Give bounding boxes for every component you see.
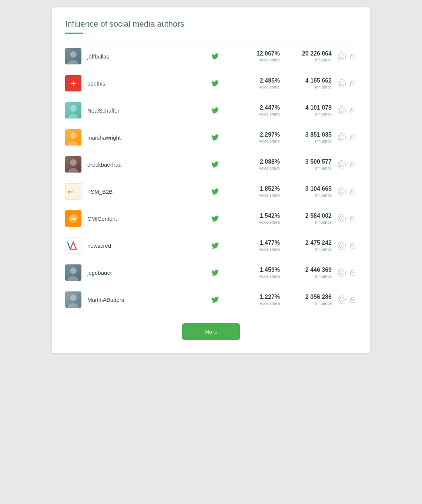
- svg-point-45: [352, 247, 353, 247]
- card-title: Influence of social media authors: [65, 19, 357, 29]
- info-button-newscred[interactable]: i: [338, 241, 346, 250]
- info-button-jogebauer[interactable]: i: [338, 268, 346, 277]
- influence-martinabutters: 2 056 286 Influence: [291, 294, 332, 306]
- influence-jeffbullas: 20 226 064 Influence: [291, 50, 332, 62]
- author-row-jogebauer: jogebauer 1.459% Voice share 2 446 369 I…: [65, 259, 357, 286]
- twitter-icon-newscred: [206, 243, 224, 249]
- svg-text:i: i: [341, 82, 342, 86]
- avatar-dreckbaerfrau: [65, 156, 81, 173]
- svg-point-47: [68, 276, 78, 281]
- lock-icon-dreckbaerfrau: [349, 160, 357, 168]
- voice-share-martinabutters: 1.227% Voice share: [239, 294, 280, 306]
- lock-icon-nealschaffer: [349, 106, 357, 114]
- more-button-container: More: [65, 323, 357, 340]
- info-button-dreckbaerfrau[interactable]: i: [338, 160, 346, 168]
- avatar-addthis: +: [65, 75, 81, 91]
- influence-marshawright: 3 851 035 Influence: [291, 131, 332, 143]
- author-row-nealschaffer: NealSchaffer 2.447% Voice share 4 101 07…: [65, 97, 357, 124]
- voice-share-tsm_b2b: 1.852% Voice share: [239, 186, 280, 197]
- avatar-tsm_b2b: TheSocial: [65, 183, 81, 200]
- avatar-newscred: [65, 237, 81, 254]
- voice-share-dreckbaerfrau: 2.088% Voice share: [239, 158, 280, 170]
- author-name-cmicontent: CMIContent: [87, 216, 206, 222]
- svg-text:i: i: [341, 244, 342, 248]
- info-button-martinabutters[interactable]: i: [338, 296, 346, 304]
- info-button-jeffbullas[interactable]: i: [338, 52, 346, 60]
- svg-text:i: i: [341, 271, 342, 275]
- author-name-newscred: newscred: [87, 243, 206, 249]
- svg-text:i: i: [341, 217, 342, 221]
- lock-icon-newscred: [349, 241, 357, 250]
- svg-text:Social: Social: [67, 194, 75, 195]
- author-row-jeffbullas: jeffbullas 12.067% Voice share 20 226 06…: [65, 43, 357, 70]
- svg-point-11: [68, 114, 78, 119]
- svg-point-16: [70, 132, 77, 139]
- action-icons-jogebauer: i: [338, 268, 357, 277]
- info-button-tsm_b2b[interactable]: i: [338, 187, 346, 196]
- svg-point-46: [70, 267, 77, 274]
- svg-point-9: [352, 84, 353, 85]
- author-row-tsm_b2b: TheSocial TSM_B2B 1.852% Voice share 3 1…: [65, 178, 357, 205]
- svg-point-0: [70, 51, 77, 58]
- author-name-addthis: addthis: [87, 80, 206, 87]
- action-icons-newscred: i: [338, 241, 357, 250]
- info-button-marshawright[interactable]: i: [338, 133, 346, 141]
- avatar-nealschaffer: [65, 102, 81, 119]
- voice-share-nealschaffer: 2.447% Voice share: [239, 104, 280, 116]
- voice-share-newscred: 1.477% Voice share: [239, 240, 280, 251]
- svg-point-52: [70, 294, 77, 301]
- svg-line-41: [67, 242, 70, 249]
- svg-text:i: i: [341, 55, 342, 59]
- twitter-icon-addthis: [206, 80, 224, 87]
- svg-point-1: [68, 60, 78, 64]
- svg-point-33: [352, 193, 353, 193]
- influence-addthis: 4 165 662 Influence: [291, 77, 332, 89]
- author-row-addthis: + addthis 2.485% Voice share 4 165 662 I…: [65, 70, 357, 97]
- svg-marker-40: [70, 242, 76, 249]
- influence-cmicontent: 2 584 002 Influence: [291, 213, 332, 224]
- svg-text:i: i: [341, 163, 342, 167]
- twitter-icon-tsm_b2b: [206, 188, 224, 195]
- author-row-martinabutters: MartinAButters 1.227% Voice share 2 056 …: [65, 286, 357, 313]
- title-underline: [65, 33, 83, 34]
- avatar-jeffbullas: [65, 48, 81, 64]
- author-name-jeffbullas: jeffbullas: [87, 53, 206, 60]
- lock-icon-cmicontent: [349, 214, 357, 223]
- authors-list: jeffbullas 12.067% Voice share 20 226 06…: [65, 43, 357, 313]
- more-button[interactable]: More: [182, 323, 240, 340]
- svg-text:i: i: [341, 190, 342, 194]
- svg-point-5: [352, 57, 353, 58]
- lock-icon-martinabutters: [349, 296, 357, 304]
- svg-point-17: [68, 141, 78, 146]
- avatar-cmicontent: CM: [65, 210, 81, 227]
- avatar-marshawright: [65, 129, 81, 146]
- svg-point-57: [352, 301, 353, 301]
- info-button-nealschaffer[interactable]: i: [338, 106, 346, 114]
- lock-icon-jeffbullas: [349, 52, 357, 60]
- action-icons-addthis: i: [338, 79, 357, 87]
- svg-text:The: The: [67, 190, 73, 194]
- twitter-icon-cmicontent: [206, 216, 224, 222]
- svg-point-51: [352, 274, 353, 274]
- info-button-addthis[interactable]: i: [338, 79, 346, 87]
- author-name-marshawright: marshawright: [87, 134, 206, 141]
- author-name-martinabutters: MartinAButters: [87, 297, 206, 303]
- voice-share-jeffbullas: 12.067% Voice share: [239, 50, 280, 62]
- svg-text:i: i: [341, 109, 342, 113]
- action-icons-dreckbaerfrau: i: [338, 160, 357, 168]
- influence-jogebauer: 2 446 369 Influence: [291, 267, 332, 278]
- author-row-cmicontent: CM CMIContent 1.542% Voice share 2 584 0…: [65, 205, 357, 232]
- svg-point-23: [68, 168, 78, 173]
- info-button-cmicontent[interactable]: i: [338, 214, 346, 223]
- avatar-jogebauer: [65, 264, 81, 281]
- action-icons-jeffbullas: i: [338, 52, 357, 60]
- avatar-martinabutters: [65, 291, 81, 308]
- svg-point-21: [352, 138, 353, 139]
- author-row-marshawright: marshawright 2.297% Voice share 3 851 03…: [65, 124, 357, 151]
- action-icons-nealschaffer: i: [338, 106, 357, 114]
- influence-tsm_b2b: 3 104 665 Influence: [291, 186, 332, 197]
- author-row-dreckbaerfrau: dreckbaerfrau 2.088% Voice share 3 500 5…: [65, 151, 357, 178]
- twitter-icon-martinabutters: [206, 297, 224, 303]
- lock-icon-addthis: [349, 79, 357, 87]
- twitter-icon-marshawright: [206, 134, 224, 141]
